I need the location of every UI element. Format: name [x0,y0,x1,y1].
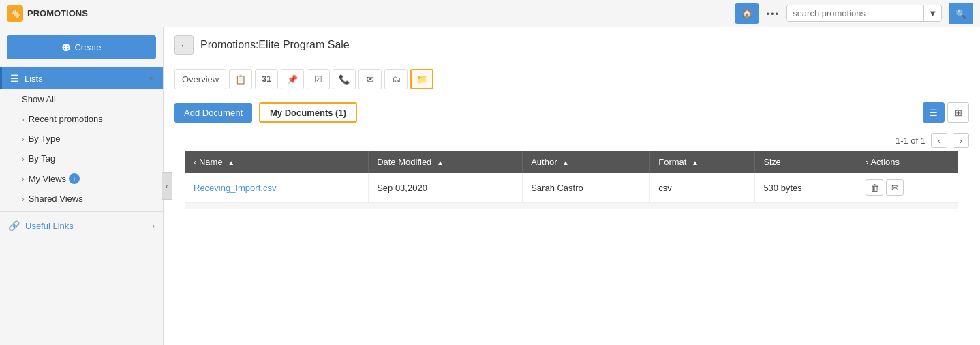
tab-calendar[interactable]: 31 [255,69,278,89]
sidebar-item-shared-views[interactable]: › Shared Views [14,189,163,209]
sidebar-item-by-tag[interactable]: › By Tag [14,149,163,168]
recent-promotions-label: Recent promotions [29,114,103,124]
sidebar-item-my-views[interactable]: › My Views + [14,168,163,189]
calendar-icon: 31 [262,74,271,84]
tab-folder[interactable]: 🗂 [384,69,408,89]
search-input[interactable] [787,5,923,21]
pagination-row: 1-1 of 1 ‹ › [164,130,980,151]
search-container: ▼ [786,5,942,22]
row-format: csv [658,183,672,193]
tab-phone[interactable]: 📞 [333,69,356,89]
view-toggle: ☰ ⊞ [923,102,969,123]
prev-icon: ‹ [938,136,940,146]
add-document-label: Add Document [184,108,243,118]
my-documents-tab: My Documents (1) [259,102,357,123]
back-button[interactable]: ← [174,35,194,55]
horizontal-scrollbar[interactable] [185,202,958,209]
page-title: Promotions:Elite Program Sale [200,39,350,51]
row-name-cell: Receving_Import.csv [185,173,369,202]
chevron-right-icon: › [22,115,25,123]
link-icon: 🔗 [8,220,20,231]
col-name[interactable]: ‹ Name ▲ [185,151,369,173]
more-options-button[interactable]: ••• [766,6,780,20]
chevron-down-icon: ▼ [928,8,937,18]
action-buttons: 🗑 ✉ [866,179,950,196]
row-format-cell: csv [650,173,755,202]
docs-header: Add Document My Documents (1) ☰ ⊞ [164,95,980,130]
col-date-modified[interactable]: Date Modified ▲ [369,151,523,173]
create-label: Create [74,42,101,52]
main-layout: ⊕ Create ☰ Lists ▼ Show All › Recent pro… [0,27,980,345]
app-logo-icon: 🏷️ [7,5,23,22]
shared-views-label: Shared Views [29,194,83,204]
col-size[interactable]: Size [755,151,857,173]
folder-icon: 🗂 [392,74,401,85]
sidebar-item-useful-links[interactable]: 🔗 Useful Links › [0,215,163,237]
tab-pin[interactable]: 📌 [281,69,304,89]
chevron-right-icon-3: › [22,155,25,163]
delete-button[interactable]: 🗑 [866,179,883,196]
sidebar-nav: ☰ Lists ▼ Show All › Recent promotions ›… [0,68,163,345]
grid-view-button[interactable]: ⊞ [947,102,969,123]
row-size-cell: 530 bytes [755,173,857,202]
chevron-right-icon-2: › [22,135,25,143]
chevron-right-icon-5: › [22,195,25,203]
app-title: PROMOTIONS [27,8,88,18]
phone-icon: 📞 [339,74,350,85]
by-type-label: By Type [29,134,61,144]
file-link[interactable]: Receving_Import.csv [194,183,276,193]
col-author[interactable]: Author ▲ [523,151,650,173]
add-document-button[interactable]: Add Document [174,103,252,123]
row-author-cell: Sarah Castro [523,173,650,202]
tab-checklist[interactable]: ☑ [307,69,330,89]
dots-icon: ••• [766,9,780,19]
tab-documents[interactable]: 📁 [410,69,433,89]
sidebar-toggle-button[interactable]: ‹ [162,172,172,200]
tab-email[interactable]: ✉ [358,69,382,89]
checklist-icon: ☑ [314,74,322,85]
lists-icon: ☰ [10,73,19,84]
documents-table: ‹ Name ▲ Date Modified ▲ Author ▲ Form [185,151,958,202]
row-date: Sep 03,2020 [377,183,427,193]
email-action-button[interactable]: ✉ [886,179,904,196]
add-view-icon[interactable]: + [69,173,80,184]
lists-arrow: ▼ [148,75,155,82]
top-header: 🏷️ PROMOTIONS 🏠 ••• ▼ 🔍 [0,0,980,27]
list-icon: 📋 [235,74,246,85]
list-view-icon: ☰ [930,108,938,118]
table-row: Receving_Import.csv Sep 03,2020 Sarah Ca… [185,173,958,202]
tab-overview[interactable]: Overview [174,69,226,89]
search-go-button[interactable]: 🔍 [949,3,973,24]
row-actions-cell: 🗑 ✉ [857,173,958,202]
list-view-button[interactable]: ☰ [923,102,945,123]
pagination-text: 1-1 of 1 [895,136,925,146]
sidebar: ⊕ Create ☰ Lists ▼ Show All › Recent pro… [0,27,164,345]
name-sort-icon: ▲ [228,159,234,166]
email-icon: ✉ [367,74,374,85]
row-size: 530 bytes [763,183,801,193]
trash-icon: 🗑 [870,183,879,193]
content-area: ← Promotions:Elite Program Sale Overview… [164,27,980,345]
create-button[interactable]: ⊕ Create [7,35,156,59]
date-sort-icon: ▲ [437,159,444,166]
documents-icon: 📁 [416,74,427,85]
sidebar-item-by-type[interactable]: › By Type [14,129,163,149]
tab-icons-row: Overview 📋 31 📌 ☑ 📞 ✉ 🗂 [164,63,980,95]
search-dropdown-button[interactable]: ▼ [923,5,941,21]
sidebar-item-recent-promotions[interactable]: › Recent promotions [14,109,163,129]
row-author: Sarah Castro [531,183,583,193]
grid-view-icon: ⊞ [955,108,962,118]
my-documents-label: My Documents (1) [270,108,346,118]
sidebar-item-show-all[interactable]: Show All [14,89,163,109]
col-format[interactable]: Format ▲ [650,151,755,173]
plus-icon: ⊕ [61,41,70,54]
table-header-row: ‹ Name ▲ Date Modified ▲ Author ▲ Form [185,151,958,173]
next-page-button[interactable]: › [953,133,969,148]
next-icon: › [960,136,962,146]
home-button[interactable]: 🏠 [735,3,759,24]
prev-page-button[interactable]: ‹ [931,133,947,148]
tab-list[interactable]: 📋 [229,69,252,89]
home-icon: 🏠 [741,8,752,18]
overview-label: Overview [182,74,219,85]
sidebar-item-lists[interactable]: ☰ Lists ▼ [0,68,163,89]
